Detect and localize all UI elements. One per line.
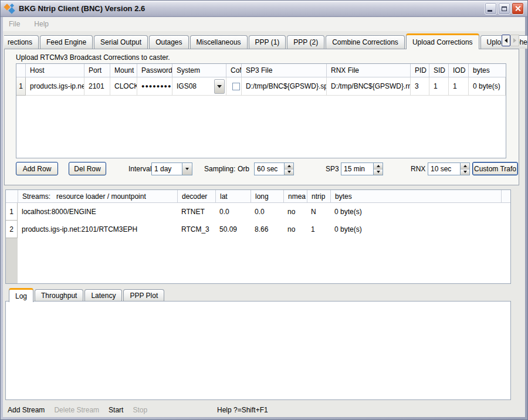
menu-file[interactable]: File — [9, 20, 20, 28]
log-output-area[interactable] — [5, 301, 511, 400]
orb-spin-buttons[interactable] — [284, 163, 293, 175]
header-long: long — [251, 190, 283, 202]
cell-password[interactable]: ●●●●●●●● — [137, 77, 172, 96]
spin-down-button[interactable] — [285, 170, 293, 175]
spin-up-button[interactable] — [461, 163, 469, 170]
rnx-spin-buttons[interactable] — [460, 163, 469, 175]
cell-pid[interactable]: 3 — [411, 77, 429, 96]
maximize-button[interactable] — [498, 2, 510, 15]
cell-rnx-file[interactable]: D:/tmp/BNC${GPSWD}.rnx — [327, 77, 411, 96]
tab-miscellaneous[interactable]: Miscellaneous — [190, 35, 248, 49]
tab-feed-engine[interactable]: Feed Engine — [40, 35, 93, 49]
tab-outages[interactable]: Outages — [149, 35, 188, 49]
tab-ppp-plot[interactable]: PPP Plot — [123, 289, 164, 302]
close-button[interactable] — [512, 2, 524, 15]
minimize-button[interactable] — [485, 2, 497, 15]
client-area: File Help rections Feed Engine Serial Ou… — [3, 17, 525, 417]
cell-nmea[interactable]: no — [283, 203, 307, 221]
menu-help[interactable]: Help — [34, 20, 49, 28]
cell-com — [226, 77, 242, 96]
cell-host[interactable]: products.igs-ip.net — [26, 77, 84, 96]
tab-upload-corrections[interactable]: Upload Corrections — [406, 33, 479, 49]
upload-table-row: 1 products.igs-ip.net 2101 CLOCK ●●●●●●●… — [16, 77, 506, 96]
cell-sp3-file[interactable]: D:/tmp/BNC${GPSWD}.sp3 — [242, 77, 327, 96]
spin-down-button[interactable] — [461, 170, 469, 175]
rnx-label: RNX — [411, 165, 425, 173]
header-bytes: bytes — [469, 64, 506, 77]
arrow-down-icon — [287, 171, 291, 173]
row-number: 1 — [6, 203, 18, 221]
cell-port[interactable]: 2101 — [84, 77, 110, 96]
header-decoder: decoder — [177, 190, 215, 202]
system-combobox[interactable]: IGS08 — [172, 77, 226, 96]
tab-scroll-left-button[interactable] — [502, 35, 510, 46]
arrow-right-icon — [513, 38, 516, 43]
custom-trafo-button[interactable]: Custom Trafo — [472, 162, 518, 175]
spin-down-button[interactable] — [374, 170, 383, 175]
header-rnx-file: RNX File — [327, 64, 411, 77]
sp3-spin-buttons[interactable] — [373, 163, 383, 175]
header-mount: Mount — [110, 64, 137, 77]
cell-long[interactable]: 0.0 — [251, 203, 283, 221]
cell-iod[interactable]: 1 — [449, 77, 469, 96]
interval-dropdown-button[interactable] — [182, 163, 192, 175]
row-number: 2 — [6, 221, 18, 238]
header-rownum — [6, 190, 18, 202]
orb-value: 60 sec — [255, 163, 284, 175]
add-row-button[interactable]: Add Row — [16, 162, 58, 175]
cell-ntrip[interactable]: N — [307, 203, 330, 221]
tab-serial-output[interactable]: Serial Output — [94, 35, 148, 49]
bottom-action-bar: Add Stream Delete Stream Start Stop Help… — [3, 402, 525, 418]
cell-nmea[interactable]: no — [283, 221, 307, 238]
stream-row[interactable]: 2 products.igs-ip.net:2101/RTCM3EPH RTCM… — [6, 221, 510, 238]
cell-sid[interactable]: 1 — [429, 77, 449, 96]
del-row-button[interactable]: Del Row — [69, 162, 106, 175]
header-end-spacer — [501, 190, 510, 202]
arrow-up-icon — [287, 165, 291, 167]
tab-throughput[interactable]: Throughput — [35, 289, 83, 302]
cell-bytes[interactable]: 0 byte(s) — [330, 203, 501, 221]
tab-latency[interactable]: Latency — [84, 289, 122, 302]
cell-decoder[interactable]: RTCM_3 — [177, 221, 215, 238]
start-action[interactable]: Start — [109, 406, 123, 414]
delete-stream-action[interactable]: Delete Stream — [54, 406, 99, 414]
rnx-spinbox[interactable]: 10 sec — [428, 162, 470, 175]
cell-bytes[interactable]: 0 byte(s) — [330, 221, 501, 238]
tab-combine-corrections[interactable]: Combine Corrections — [326, 35, 405, 49]
window-title: BKG Ntrip Client (BNC) Version 2.6 — [19, 4, 483, 13]
cell-bytes[interactable]: 0 byte(s) — [469, 77, 506, 96]
cell-mount[interactable]: CLOCK — [110, 77, 137, 96]
cell-mountpoint[interactable]: products.igs-ip.net:2101/RTCM3EPH — [18, 221, 177, 238]
tab-ppp-1[interactable]: PPP (1) — [249, 35, 286, 49]
streams-table: Streams: resource loader / mountpoint de… — [5, 189, 511, 284]
spin-up-button[interactable] — [374, 163, 383, 170]
add-stream-action[interactable]: Add Stream — [8, 406, 45, 414]
header-port: Port — [84, 64, 110, 77]
cell-mountpoint[interactable]: localhost:8000/ENGINE — [18, 203, 177, 221]
header-system: System — [172, 64, 226, 77]
cell-decoder[interactable]: RTNET — [177, 203, 215, 221]
tab-log[interactable]: Log — [9, 288, 33, 302]
log-tab-bar: Log Throughput Latency PPP Plot — [5, 287, 165, 302]
header-nmea: nmea — [283, 190, 307, 202]
header-bytes: bytes — [330, 190, 501, 202]
cell-ntrip[interactable]: 1 — [307, 221, 330, 238]
interval-combobox[interactable]: 1 day — [151, 162, 192, 175]
cell-long[interactable]: 8.66 — [251, 221, 283, 238]
stream-row[interactable]: 1 localhost:8000/ENGINE RTNET 0.0 0.0 no… — [6, 203, 510, 221]
tab-ppp-2[interactable]: PPP (2) — [287, 35, 324, 49]
orb-spinbox[interactable]: 60 sec — [254, 162, 294, 175]
stop-action[interactable]: Stop — [133, 406, 147, 414]
system-dropdown-button[interactable] — [214, 79, 225, 94]
tab-broadcast-corrections[interactable]: rections — [4, 35, 39, 49]
orb-label: Orb — [238, 165, 249, 173]
cell-lat[interactable]: 50.09 — [215, 221, 251, 238]
sp3-spinbox[interactable]: 15 min — [341, 162, 383, 175]
header-sid: SID — [429, 64, 449, 77]
spin-up-button[interactable] — [285, 163, 293, 170]
cell-lat[interactable]: 0.0 — [215, 203, 251, 221]
com-checkbox[interactable] — [232, 83, 240, 90]
tab-scroll-right-button[interactable] — [510, 35, 519, 46]
header-mountpoint: Streams: resource loader / mountpoint — [18, 190, 177, 202]
interval-label: Interval — [128, 165, 151, 173]
